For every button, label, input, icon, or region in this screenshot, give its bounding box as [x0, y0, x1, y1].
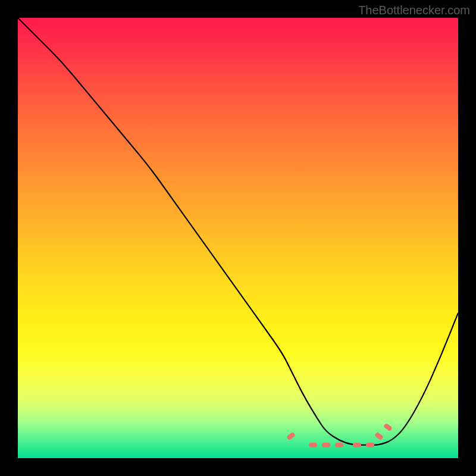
- curve-marker: [309, 443, 317, 447]
- watermark-text: TheBottlenecker.com: [358, 4, 470, 17]
- chart-plot-area: [18, 18, 458, 458]
- curve-marker: [335, 443, 343, 447]
- curve-marker: [353, 443, 361, 447]
- curve-marker: [366, 443, 374, 447]
- bottleneck-curve: [18, 18, 458, 458]
- curve-marker: [322, 443, 330, 447]
